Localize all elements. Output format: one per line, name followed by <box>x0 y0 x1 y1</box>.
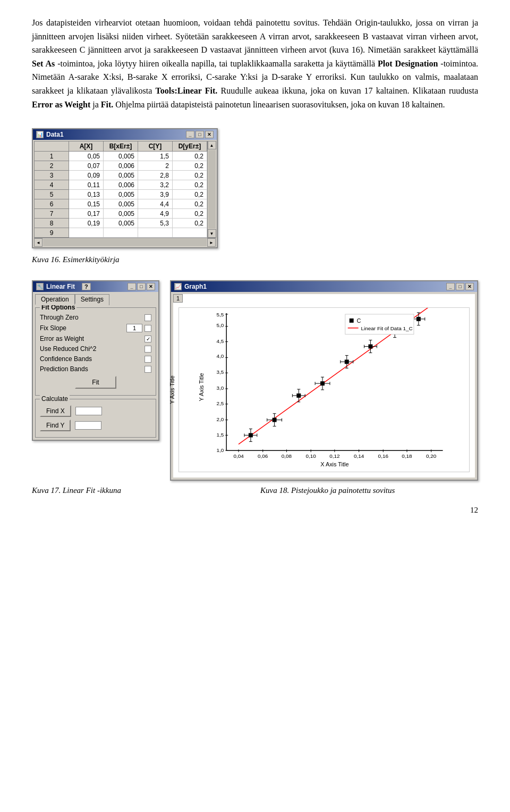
cell-a-5: 0,13 <box>69 190 104 199</box>
svg-rect-99 <box>350 319 354 323</box>
linearfit-window: 🔧 Linear Fit ? _ □ ✕ Operation Settings … <box>32 280 159 441</box>
find-y-button[interactable]: Find Y <box>40 420 71 431</box>
cell-b-9 <box>104 228 138 238</box>
cell-d-8: 0,2 <box>173 219 207 228</box>
cell-c-8: 5,3 <box>138 219 173 228</box>
vertical-scrollbar[interactable]: ▲ ▼ <box>207 141 216 238</box>
table-row: 7 0,17 0,005 4,9 0,2 <box>35 209 207 219</box>
lf-minimize-button[interactable]: _ <box>128 283 136 290</box>
find-x-input[interactable] <box>75 407 102 415</box>
svg-text:5,5: 5,5 <box>216 312 224 317</box>
prediction-bands-checkbox[interactable] <box>144 366 151 373</box>
fix-slope-label: Fix Slope <box>40 324 124 332</box>
cell-c-3: 2,8 <box>138 171 173 180</box>
svg-rect-83 <box>368 345 372 349</box>
svg-text:0,18: 0,18 <box>402 453 412 459</box>
data1-titlebar: 📊 Data1 _ □ ✕ <box>33 129 217 140</box>
tab-settings[interactable]: Settings <box>75 294 109 305</box>
close-button[interactable]: ✕ <box>205 131 214 138</box>
cell-b-2: 0,006 <box>104 161 138 171</box>
svg-text:1,0: 1,0 <box>216 447 224 453</box>
svg-text:3,5: 3,5 <box>216 369 224 375</box>
table-row: 8 0,19 0,005 5,3 0,2 <box>35 219 207 228</box>
scroll-left-arrow[interactable]: ◄ <box>34 238 42 247</box>
window-controls[interactable]: _ □ ✕ <box>186 131 214 138</box>
confidence-bands-label: Confidence Bands <box>40 355 142 363</box>
bottom-captions: Kuva 17. Linear Fit -ikkuna Kuva 18. Pis… <box>32 486 478 495</box>
table-row: 6 0,15 0,005 4,4 0,2 <box>35 199 207 209</box>
prediction-bands-label: Prediction Bands <box>40 365 142 373</box>
lf-tabs: Operation Settings <box>35 294 156 305</box>
fit-options-group: Fit Options Through Zero Fix Slope Error… <box>35 307 156 396</box>
fix-slope-checkbox[interactable] <box>144 325 151 332</box>
scroll-up-arrow[interactable]: ▲ <box>208 141 216 149</box>
col-header-d: D[yEr±] <box>173 141 207 152</box>
cell-c-5: 3,9 <box>138 190 173 199</box>
svg-text:0,06: 0,06 <box>258 453 268 459</box>
lf-body: Operation Settings Fit Options Through Z… <box>33 292 158 440</box>
svg-text:Linear Fit of Data 1_C: Linear Fit of Data 1_C <box>361 325 413 331</box>
g1-minimize-button[interactable]: _ <box>446 283 455 290</box>
error-as-weight-row: Error as Weight <box>40 335 151 342</box>
cell-a-8: 0,19 <box>69 219 104 228</box>
cell-a-3: 0,09 <box>69 171 104 180</box>
cell-d-7: 0,2 <box>173 209 207 219</box>
col-header-b: B[xEr±] <box>104 141 138 152</box>
caption-17: Kuva 17. Linear Fit -ikkuna <box>32 486 250 495</box>
cell-a-1: 0,05 <box>69 152 104 161</box>
error-as-weight-checkbox[interactable] <box>144 336 151 342</box>
scroll-thumb-v[interactable] <box>208 150 216 229</box>
table-row: 5 0,13 0,005 3,9 0,2 <box>35 190 207 199</box>
lf-close-button[interactable]: ✕ <box>147 283 155 290</box>
fix-slope-input[interactable] <box>126 324 142 332</box>
find-x-button[interactable]: Find X <box>40 405 71 417</box>
prediction-bands-row: Prediction Bands <box>40 365 151 373</box>
svg-text:3,0: 3,0 <box>216 385 224 391</box>
cell-b-8: 0,005 <box>104 219 138 228</box>
maximize-button[interactable]: □ <box>196 131 204 138</box>
error-as-weight-label: Error as Weight <box>40 335 142 342</box>
cell-c-9 <box>138 228 173 238</box>
table-scroll-area: A[X] B[xEr±] C[Y] D[yEr±] 1 0,05 0,005 1… <box>34 141 216 238</box>
confidence-bands-checkbox[interactable] <box>144 356 151 363</box>
scroll-right-arrow[interactable]: ► <box>207 238 216 247</box>
graph1-window: 📈 Graph1 _ □ ✕ 1 Y Axis Title <box>170 280 478 481</box>
svg-text:5,0: 5,0 <box>216 322 224 328</box>
scroll-thumb-h[interactable] <box>43 239 207 246</box>
horizontal-scrollbar[interactable]: ◄ ► <box>34 238 216 246</box>
cell-d-4: 0,2 <box>173 180 207 190</box>
table-row: 3 0,09 0,005 2,8 0,2 <box>35 171 207 180</box>
graph-tab-num: 1 <box>173 294 183 303</box>
g1-close-button[interactable]: ✕ <box>465 283 474 290</box>
lf-window-controls[interactable]: _ □ ✕ <box>128 283 155 290</box>
lf-help-icon: ? <box>82 283 91 290</box>
cell-c-6: 4,4 <box>138 199 173 209</box>
cell-d-9 <box>173 228 207 238</box>
cell-b-1: 0,005 <box>104 152 138 161</box>
use-reduced-chi2-checkbox[interactable] <box>144 346 151 353</box>
caption-18: Kuva 18. Pistejoukko ja painotettu sovit… <box>260 486 478 495</box>
through-zero-row: Through Zero <box>40 314 151 321</box>
row-num-4: 4 <box>35 180 69 190</box>
fit-button[interactable]: Fit <box>75 376 116 389</box>
row-num-8: 8 <box>35 219 69 228</box>
find-y-input[interactable] <box>75 421 101 430</box>
y-axis-label: Y Axis Title <box>169 375 175 404</box>
g1-maximize-button[interactable]: □ <box>456 283 464 290</box>
cell-c-2: 2 <box>138 161 173 171</box>
tab-operation[interactable]: Operation <box>35 294 75 305</box>
svg-text:0,04: 0,04 <box>233 453 244 459</box>
svg-text:Y Axis Title: Y Axis Title <box>198 373 205 401</box>
graph1-titlebar: 📈 Graph1 _ □ ✕ <box>171 281 477 292</box>
minimize-button[interactable]: _ <box>186 131 194 138</box>
svg-text:C: C <box>357 317 361 324</box>
cell-a-9 <box>69 228 104 238</box>
svg-text:4,5: 4,5 <box>216 338 224 344</box>
lf-maximize-button[interactable]: □ <box>137 283 146 290</box>
scroll-down-arrow[interactable]: ▼ <box>208 229 216 238</box>
col-header-c: C[Y] <box>138 141 173 152</box>
g1-window-controls[interactable]: _ □ ✕ <box>446 283 474 290</box>
svg-rect-76 <box>345 360 349 364</box>
through-zero-checkbox[interactable] <box>144 314 151 321</box>
main-paragraph: Jos datapisteiden virhearviot otetaan hu… <box>32 16 478 111</box>
